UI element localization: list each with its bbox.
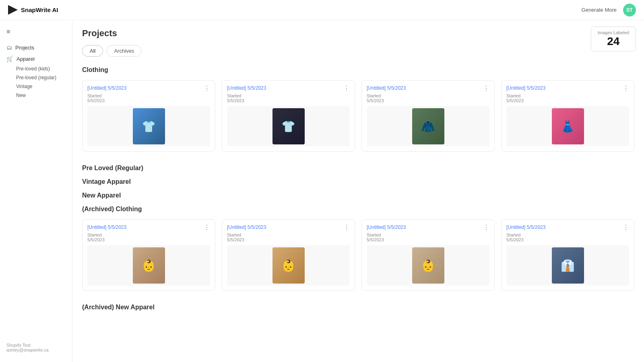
page-title: Projects (82, 28, 634, 39)
tab-bar: All Archives (82, 45, 634, 57)
archived-image-beige3: 👶 (412, 247, 444, 284)
project-card-date: 5/5/2023 (367, 98, 489, 103)
project-card-image: 👶 (227, 245, 350, 286)
section-heading-archived-new-apparel: (Archived) New Apparel (82, 304, 634, 311)
clothing-image-green: 🧥 (412, 108, 444, 144)
project-card-status: Started (367, 232, 489, 237)
project-card-title: [Untitled] 5/5/2023 (506, 85, 545, 91)
project-card-title: [Untitled] 5/5/2023 (367, 85, 406, 91)
folder-icon: 🗂 (6, 44, 12, 51)
project-card-image: 👗 (506, 106, 629, 146)
project-card-date: 5/5/2023 (367, 237, 489, 242)
app-name: SnapWrite AI (21, 6, 58, 13)
project-card-menu-icon[interactable]: ⋮ (204, 224, 210, 231)
project-card-image: 👔 (506, 245, 629, 286)
clothing-image-blue: 👕 (133, 108, 165, 144)
project-card-title: [Untitled] 5/5/2023 (367, 224, 406, 230)
section-heading-vintage: Vintage Apparel (82, 178, 634, 185)
archived-image-plaid: 👔 (552, 247, 584, 284)
project-card-menu-icon[interactable]: ⋮ (483, 224, 489, 231)
images-labeled-badge: Images Labeled 24 (591, 27, 636, 51)
project-card-menu-icon[interactable]: ⋮ (623, 224, 629, 231)
project-card[interactable]: [Untitled] 5/5/2023 ⋮ Started 5/5/2023 🧥 (361, 80, 495, 152)
sidebar-sub-item-pre-loved-kids[interactable]: Pre-loved (kids) (0, 64, 72, 73)
logo-icon (8, 5, 18, 15)
project-card[interactable]: [Untitled] 5/5/2023 ⋮ Started 5/5/2023 👶 (82, 219, 215, 291)
sidebar-sub-item-pre-loved-regular[interactable]: Pre-loved (regular) (0, 73, 72, 82)
images-labeled-label: Images Labeled (598, 30, 629, 35)
project-card-status: Started (506, 93, 629, 98)
archived-image-beige2: 👶 (272, 247, 305, 284)
tab-archives[interactable]: Archives (106, 45, 142, 57)
project-card-image: 👶 (367, 245, 489, 286)
clothing-image-dark: 👕 (272, 108, 305, 144)
app-layout: ≡ 🗂 Projects 🛒 Apparel Pre-loved (kids) … (0, 20, 644, 362)
section-heading-pre-loved: Pre Loved (Regular) (82, 165, 634, 172)
project-card-menu-icon[interactable]: ⋮ (623, 85, 629, 92)
sidebar-sub-item-vintage[interactable]: Vintage (0, 82, 72, 91)
sidebar-item-apparel[interactable]: 🛒 Apparel (0, 53, 72, 64)
project-card-status: Started (367, 93, 489, 98)
sidebar-item-projects[interactable]: 🗂 Projects (0, 42, 72, 53)
project-card-status: Started (227, 93, 350, 98)
project-card-status: Started (227, 232, 350, 237)
avatar[interactable]: ST (623, 4, 636, 16)
user-email: ashley@snapwrite.ca (6, 348, 66, 352)
project-card[interactable]: [Untitled] 5/5/2023 ⋮ Started 5/5/2023 👶 (361, 219, 495, 291)
project-card[interactable]: [Untitled] 5/5/2023 ⋮ Started 5/5/2023 👗 (501, 80, 634, 152)
top-nav: SnapWrite AI Generate More ST (0, 0, 644, 20)
clothing-project-grid: [Untitled] 5/5/2023 ⋮ Started 5/5/2023 👕… (82, 80, 634, 152)
section-heading-clothing: Clothing (82, 66, 634, 74)
section-heading-archived-clothing: (Archived) Clothing (82, 206, 634, 213)
project-card-title: [Untitled] 5/5/2023 (506, 224, 545, 230)
sidebar-footer: Shopify Test ashley@snapwrite.ca (0, 338, 72, 357)
clothing-image-pink: 👗 (552, 108, 584, 144)
project-card[interactable]: [Untitled] 5/5/2023 ⋮ Started 5/5/2023 👕 (82, 80, 215, 152)
sidebar-sub-item-new[interactable]: New (0, 91, 72, 100)
project-card-menu-icon[interactable]: ⋮ (483, 85, 489, 92)
project-card-menu-icon[interactable]: ⋮ (204, 85, 210, 92)
nav-brand: SnapWrite AI (8, 5, 58, 15)
cart-icon: 🛒 (6, 56, 13, 62)
project-card-menu-icon[interactable]: ⋮ (343, 85, 350, 92)
generate-more-button[interactable]: Generate More (582, 7, 617, 13)
project-card[interactable]: [Untitled] 5/5/2023 ⋮ Started 5/5/2023 👶 (222, 219, 355, 291)
tab-all[interactable]: All (82, 45, 103, 57)
project-card-date: 5/5/2023 (87, 237, 210, 242)
project-card-status: Started (506, 232, 629, 237)
project-card-image: 👶 (87, 245, 210, 286)
section-heading-new-apparel: New Apparel (82, 192, 634, 199)
project-card-image: 👕 (87, 106, 210, 146)
project-card-menu-icon[interactable]: ⋮ (343, 224, 350, 231)
project-card-title: [Untitled] 5/5/2023 (87, 85, 126, 91)
project-card-date: 5/5/2023 (506, 237, 629, 242)
sidebar-section-main: 🗂 Projects 🛒 Apparel Pre-loved (kids) Pr… (0, 42, 72, 100)
project-card-title: [Untitled] 5/5/2023 (227, 224, 266, 230)
archived-clothing-project-grid: [Untitled] 5/5/2023 ⋮ Started 5/5/2023 👶… (82, 219, 634, 291)
archived-image-beige1: 👶 (133, 247, 165, 284)
nav-actions: Generate More ST (582, 4, 636, 16)
store-name: Shopify Test (6, 343, 66, 348)
project-card-status: Started (87, 232, 210, 237)
project-card-image: 🧥 (367, 106, 489, 146)
project-card-image: 👕 (227, 106, 350, 146)
project-card-date: 5/5/2023 (506, 98, 629, 103)
project-card[interactable]: [Untitled] 5/5/2023 ⋮ Started 5/5/2023 👕 (222, 80, 355, 152)
project-card[interactable]: [Untitled] 5/5/2023 ⋮ Started 5/5/2023 👔 (501, 219, 634, 291)
project-card-date: 5/5/2023 (227, 237, 350, 242)
main-content: Projects All Archives Images Labeled 24 … (72, 20, 644, 362)
project-card-title: [Untitled] 5/5/2023 (87, 224, 126, 230)
project-card-status: Started (87, 93, 210, 98)
hamburger-menu-icon[interactable]: ≡ (0, 25, 72, 39)
images-labeled-count: 24 (598, 35, 629, 48)
sidebar: ≡ 🗂 Projects 🛒 Apparel Pre-loved (kids) … (0, 20, 72, 362)
project-card-date: 5/5/2023 (87, 98, 210, 103)
project-card-title: [Untitled] 5/5/2023 (227, 85, 266, 91)
project-card-date: 5/5/2023 (227, 98, 350, 103)
